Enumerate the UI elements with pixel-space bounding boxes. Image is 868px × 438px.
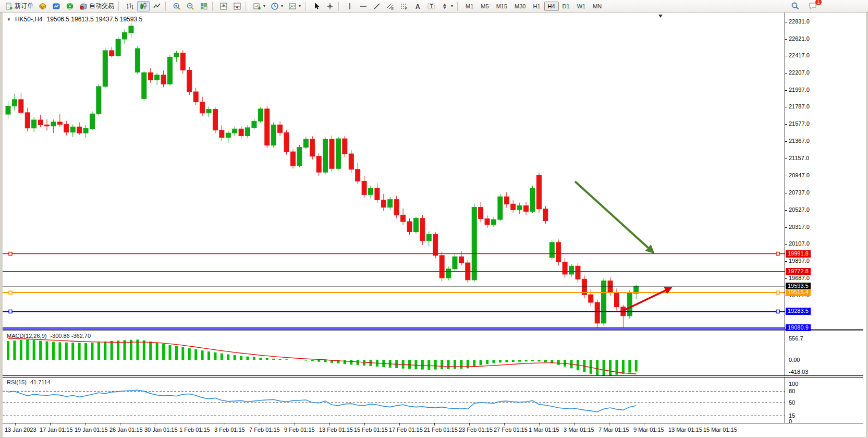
candle-body [174, 53, 179, 57]
autotrading-button[interactable]: 自动交易 [77, 1, 116, 11]
add-indicator-button[interactable]: ▾ [251, 1, 267, 11]
candle-body [297, 147, 302, 165]
candle-body [536, 175, 541, 209]
timeframe-m15[interactable]: M15 [493, 2, 511, 11]
dropdown-caret-icon[interactable]: ▾ [451, 4, 453, 8]
hline-icon [359, 2, 368, 10]
rsi-tick-label: 50 [789, 399, 795, 406]
vertical-line-button[interactable] [344, 1, 356, 11]
timeframe-d1[interactable]: D1 [559, 2, 573, 11]
time-label: 13 Mar 01:15 [668, 427, 702, 433]
show-subwindow-button[interactable] [217, 1, 230, 11]
candle-body [556, 242, 561, 262]
timeframe-w1[interactable]: W1 [573, 2, 590, 11]
macd-plot[interactable] [3, 331, 785, 375]
macd-label: MACD(12,26,9) -300.86 -362.70 [7, 333, 91, 339]
timeframe-mn[interactable]: MN [589, 2, 605, 11]
candle-body [614, 292, 619, 307]
crosshair-icon [326, 2, 334, 10]
candle-body [70, 127, 75, 132]
crosshair-button[interactable] [324, 1, 336, 11]
price-chart-plot[interactable] [3, 13, 785, 329]
horizontal-line-button[interactable] [357, 1, 370, 11]
data-window-button[interactable] [50, 1, 63, 11]
candle-body [433, 234, 438, 256]
timeframe-m5[interactable]: M5 [477, 2, 492, 11]
bar-chart-button[interactable] [124, 1, 136, 11]
svg-text:A: A [415, 3, 420, 10]
candle-body [77, 127, 82, 133]
price-tick-label: 22831.0 [789, 18, 810, 25]
axis-tick [785, 244, 787, 245]
candle-body [479, 208, 483, 219]
period-button[interactable]: ▾ [268, 1, 285, 11]
trendline-button[interactable] [371, 1, 383, 11]
time-label: 23 Feb 01:15 [459, 427, 493, 433]
text-button[interactable]: A [411, 1, 424, 11]
candle-body [303, 139, 308, 148]
time-axis[interactable]: 13 Jan 202317 Jan 01:1519 Jan 01:1526 Ja… [3, 423, 863, 437]
line-handle[interactable] [9, 310, 12, 313]
chart-dropdown-icon[interactable]: ▼ [7, 17, 11, 22]
candle-body [206, 110, 211, 113]
candle-body [155, 75, 160, 80]
cursor-button[interactable] [310, 1, 323, 11]
new-order-icon [5, 2, 13, 10]
channel-button[interactable]: E [384, 1, 397, 11]
dropdown-caret-icon[interactable]: ▾ [263, 4, 265, 8]
candle-body [83, 128, 88, 133]
fibonacci-button[interactable]: F [398, 1, 410, 11]
candle-body [524, 205, 529, 211]
tile-windows-button[interactable] [198, 1, 210, 11]
time-label: 26 Jan 01:15 [109, 427, 143, 433]
add-indicator-icon [253, 2, 261, 10]
signals-button[interactable] [64, 1, 76, 11]
subwin-down-icon [219, 2, 228, 10]
svg-text:E: E [392, 6, 394, 10]
price-level-badge: 19283.5 [786, 308, 811, 315]
search-button[interactable] [789, 1, 801, 11]
new-order-button[interactable]: 新订单 [3, 1, 35, 11]
dropdown-caret-icon[interactable]: ▾ [281, 4, 283, 8]
timeframe-m1[interactable]: M1 [462, 2, 477, 11]
candle-body [193, 92, 198, 102]
zoom-in-button[interactable] [170, 1, 183, 11]
line-handle[interactable] [9, 252, 12, 256]
metaquotes-button[interactable] [36, 1, 49, 11]
price-level-badge: 19772.8 [786, 268, 811, 275]
candle-body [549, 242, 554, 258]
candle-body [394, 200, 399, 215]
candle-body [148, 72, 153, 80]
axis-tick [785, 73, 787, 74]
candle-body [388, 200, 393, 208]
arrows-button[interactable]: ▾ [438, 1, 455, 11]
label-button[interactable]: T [425, 1, 437, 11]
price-tick-label: 20947.0 [789, 172, 810, 178]
axis-tick [785, 261, 787, 262]
dropdown-caret-icon[interactable]: ▾ [299, 4, 301, 8]
line-handle[interactable] [776, 252, 779, 256]
time-tick [364, 423, 365, 425]
zoom-out-button[interactable] [184, 1, 197, 11]
line-handle[interactable] [776, 291, 779, 294]
candle-body [472, 208, 476, 280]
price-tick-label: 21787.0 [789, 103, 810, 110]
rsi-plot[interactable] [3, 378, 785, 423]
line-chart-button[interactable] [151, 1, 163, 11]
chat-button[interactable]: 1 [806, 1, 819, 11]
hide-subwindow-button[interactable] [231, 1, 243, 11]
timeframe-h1[interactable]: H1 [529, 2, 544, 11]
vline-icon [346, 2, 354, 10]
candle-body [576, 266, 580, 279]
line-handle[interactable] [9, 291, 12, 294]
candle-body [180, 53, 185, 70]
candle-body [25, 113, 30, 128]
timeframe-h4[interactable]: H4 [544, 2, 559, 11]
candlestick-chart-button[interactable] [137, 1, 150, 11]
template-button[interactable]: ▾ [286, 1, 303, 11]
timeframe-m30[interactable]: M30 [511, 2, 529, 11]
line-handle[interactable] [776, 310, 779, 313]
toolbar-separator [118, 2, 121, 11]
price-tick-label: 20107.0 [789, 240, 810, 247]
toolbar-separator [305, 2, 308, 11]
